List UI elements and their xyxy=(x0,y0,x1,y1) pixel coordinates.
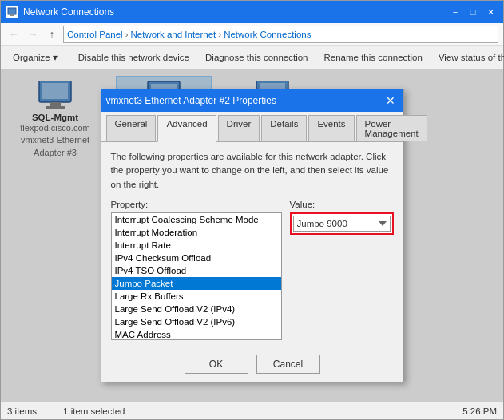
minimize-button[interactable]: − xyxy=(447,5,463,19)
back-button[interactable]: ← xyxy=(6,26,22,42)
main-window: Network Connections − □ ✕ ← → ↑ Control … xyxy=(0,0,504,420)
properties-dialog: vmxnet3 Ethernet Adapter #2 Properties ✕… xyxy=(101,89,404,382)
dialog-tabs: General Advanced Driver Details Events P… xyxy=(101,112,403,142)
modal-overlay: vmxnet3 Ethernet Adapter #2 Properties ✕… xyxy=(1,69,503,402)
forward-button[interactable]: → xyxy=(25,26,41,42)
rename-button[interactable]: Rename this connection xyxy=(317,50,430,65)
prop-item-large-rx[interactable]: Large Rx Buffers xyxy=(112,290,281,303)
tab-advanced[interactable]: Advanced xyxy=(157,115,216,142)
prop-item-large-send-v2-ipv6[interactable]: Large Send Offload V2 (IPv6) xyxy=(112,315,281,328)
prop-item-interrupt-rate[interactable]: Interrupt Rate xyxy=(112,239,281,252)
organize-arrow-icon: ▾ xyxy=(53,52,58,63)
dialog-columns: Property: Interrupt Coalescing Scheme Mo… xyxy=(111,200,394,340)
view-status-button[interactable]: View status of this connec... xyxy=(431,50,504,65)
value-box: Jumbo 9000 Disabled Jumbo 4088 xyxy=(290,212,394,235)
maximize-button[interactable]: □ xyxy=(465,5,481,19)
window-title: Network Connections xyxy=(23,6,447,18)
dialog-body: The following properties are available f… xyxy=(101,142,403,348)
prop-item-mac-address[interactable]: MAC Address xyxy=(112,328,281,340)
svg-rect-1 xyxy=(10,14,14,16)
prop-item-ipv4-tso[interactable]: IPv4 TSO Offload xyxy=(112,264,281,277)
window-controls: − □ ✕ xyxy=(447,5,498,19)
cancel-button[interactable]: Cancel xyxy=(256,355,320,374)
property-list[interactable]: Interrupt Coalescing Scheme Mode Interru… xyxy=(111,212,282,340)
dialog-close-button[interactable]: ✕ xyxy=(383,93,399,108)
organize-button[interactable]: Organize ▾ xyxy=(6,49,65,66)
property-column: Property: Interrupt Coalescing Scheme Mo… xyxy=(111,200,282,340)
prop-item-interrupt-moderation[interactable]: Interrupt Moderation xyxy=(112,226,281,239)
ok-button[interactable]: OK xyxy=(185,355,248,374)
value-label: Value: xyxy=(290,200,394,209)
prop-item-ipv4-checksum[interactable]: IPv4 Checksum Offload xyxy=(112,252,281,264)
prop-item-jumbo-packet[interactable]: Jumbo Packet xyxy=(112,277,281,290)
breadcrumb-network-internet[interactable]: Network and Internet xyxy=(131,30,216,39)
tab-driver[interactable]: Driver xyxy=(218,115,260,141)
tab-details[interactable]: Details xyxy=(261,115,307,141)
tab-power-management[interactable]: Power Management xyxy=(356,115,427,141)
property-label: Property: xyxy=(111,200,282,209)
item-count: 3 items xyxy=(7,406,37,416)
value-select[interactable]: Jumbo 9000 Disabled Jumbo 4088 xyxy=(293,216,391,232)
dialog-title: vmxnet3 Ethernet Adapter #2 Properties xyxy=(106,95,383,106)
breadcrumb-network-connections[interactable]: Network Connections xyxy=(224,30,311,39)
prop-item-large-send-v2-ipv4[interactable]: Large Send Offload V2 (IPv4) xyxy=(112,303,281,315)
disable-device-button[interactable]: Disable this network device xyxy=(71,50,196,65)
status-bar: 3 items 1 item selected 5:26 PM xyxy=(1,402,503,419)
tab-events[interactable]: Events xyxy=(308,115,354,141)
time-display: 5:26 PM xyxy=(462,406,497,416)
toolbar: Organize ▾ Disable this network device D… xyxy=(1,46,503,69)
diagnose-button[interactable]: Diagnose this connection xyxy=(198,50,315,65)
up-button[interactable]: ↑ xyxy=(44,26,60,42)
value-column: Value: Jumbo 9000 Disabled Jumbo 4088 xyxy=(290,200,394,340)
title-bar: Network Connections − □ ✕ xyxy=(1,1,503,23)
content-area: SQL-Mgmt flexpod.cisco.com vmxnet3 Ether… xyxy=(1,69,503,402)
dialog-titlebar: vmxnet3 Ethernet Adapter #2 Properties ✕ xyxy=(101,89,403,112)
window-close-button[interactable]: ✕ xyxy=(482,5,498,19)
tab-general[interactable]: General xyxy=(106,115,157,141)
prop-item-interrupt-coalescing[interactable]: Interrupt Coalescing Scheme Mode xyxy=(112,213,281,226)
breadcrumb: Control Panel › Network and Internet › N… xyxy=(63,26,498,43)
address-bar: ← → ↑ Control Panel › Network and Intern… xyxy=(1,23,503,46)
network-list: SQL-Mgmt flexpod.cisco.com vmxnet3 Ether… xyxy=(1,69,503,402)
breadcrumb-control-panel[interactable]: Control Panel xyxy=(67,30,123,39)
selected-count: 1 item selected xyxy=(63,406,125,416)
dialog-buttons: OK Cancel xyxy=(101,348,403,382)
window-icon xyxy=(6,6,18,18)
svg-rect-0 xyxy=(8,8,16,14)
dialog-description: The following properties are available f… xyxy=(111,150,394,192)
